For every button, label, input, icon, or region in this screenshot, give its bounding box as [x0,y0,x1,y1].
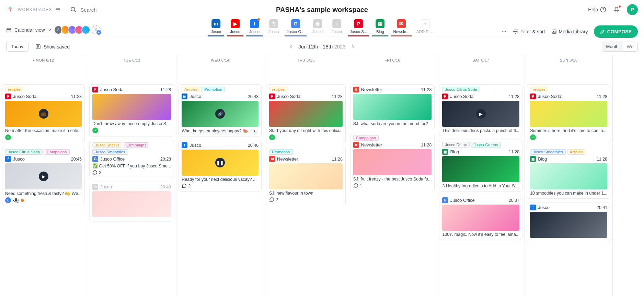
comment-count[interactable]: 2 [182,183,258,188]
post-time: 11:28 [160,87,171,92]
post-thumbnail: ▶ [5,163,82,189]
post-tag: Campaigns [124,142,149,148]
view-picker[interactable]: Calendar view [6,27,52,33]
post-thumbnail [530,163,607,189]
filter-sort-button[interactable]: Filter & sort [513,29,545,34]
post-card[interactable]: Jusco Citrus SodaPJusco Soda11:28▶This d… [439,84,522,136]
post-time: 11:28 [597,157,607,162]
post-card[interactable]: Jusco DetoxJusco Greens▦Blog11:283 Healt… [439,140,522,191]
pinterest-icon: P [5,94,11,99]
date-range-text: Jun 12th - 18th [298,44,333,50]
post-card[interactable]: inJusco20:43 [89,182,174,222]
post-card[interactable]: recipesPJusco Soda11:28Start your day of… [266,84,346,143]
post-card[interactable]: ArticlesPromotioninJusco20:43🔗What keeps… [179,84,262,136]
post-card[interactable]: Jusco SnacksCampaignsJusco SmoothiesGJus… [89,140,174,178]
post-card[interactable]: PJusco Soda11:28Don't throw away those e… [89,84,174,136]
plus-icon: + [421,19,430,28]
add-collaborator-button[interactable]: + [92,25,101,34]
search-icon[interactable] [70,6,77,13]
post-text: This delicious drink packs a punch of fl… [442,128,519,133]
filter-sort-label: Filter & sort [520,29,545,34]
sheets-icon: ▦ [376,19,384,28]
post-text: Don't throw away those empty Jusco S... [92,121,171,126]
prev-week-icon[interactable] [289,44,294,49]
page-tab-pinterest[interactable]: PJusco S... [347,19,370,36]
notifications-icon[interactable] [613,6,620,13]
user-avatar[interactable]: P [627,4,638,15]
post-card[interactable]: GJusco Office20:37100% magic. Now it's e… [439,195,522,240]
add-pages-button[interactable]: +ADD PAGES [414,19,437,36]
post-source: Jusco Office [100,156,125,162]
post-card[interactable]: fJusco20:46❚❚Ready for your next delicio… [179,140,262,191]
page-tab-label: Blog [376,30,384,34]
svg-point-6 [553,31,553,32]
post-card[interactable]: Jusco SmoothiesArticles▦Blog11:2810 smoo… [527,147,610,199]
post-thumbnail: ▶ [442,101,519,127]
post-card[interactable]: Promotion✉Newsletter11:28SJ: new flavour… [266,147,346,205]
today-button[interactable]: Today [6,42,28,52]
page-tab-sheets[interactable]: ▦Blog [371,19,389,36]
comment-count[interactable]: 1 [353,183,432,188]
page-tab-linkedin[interactable]: inJusco [207,19,225,36]
status-check-icon: ✓ [5,134,11,140]
post-source: Newsletter [361,142,382,147]
page-tab-label: Jusco [249,30,260,34]
post-time: 11:28 [597,94,607,99]
post-source: Jusco [189,143,201,148]
sheets-icon: ▦ [530,156,536,162]
collaborator-avatars[interactable]: 3 + [56,25,101,34]
post-card[interactable]: recipesPJusco Soda11:28Summer is here, a… [527,84,610,143]
post-card[interactable]: ✉Newsletter11:28SJ: what soda are you in… [350,84,435,129]
page-tab-instagram[interactable]: ◉Jusco [309,19,326,36]
post-thumbnail [92,94,171,120]
menu-icon[interactable] [55,7,60,12]
post-card[interactable]: Jusco Citrus SodaCampaignsfJusco20:45▶Ne… [2,147,85,206]
post-source: Jusco [13,156,25,162]
page-tab-label: Jusco [332,30,342,34]
compose-button[interactable]: COMPOSE [594,25,638,38]
sheets-icon: ▦ [442,149,448,155]
svg-point-0 [71,7,75,11]
workspace-title: PASHA's sample workspace [276,6,368,14]
page-tab-twitter[interactable]: 𝕏Jusco [265,19,283,36]
next-week-icon[interactable] [350,44,355,49]
show-saved-toggle[interactable]: Show saved [35,44,70,50]
help-link[interactable]: Help ? [588,7,606,13]
page-tab-label: Jusco [211,30,221,34]
collaborator-avatar [81,25,90,34]
pinterest-icon: P [92,87,98,92]
page-tab-google[interactable]: GJusco O... [284,19,307,36]
page-tab-label: Jusco O... [287,30,304,34]
day-column: TUE 6/13PJusco Soda11:28Don't throw away… [87,55,176,296]
page-tab-youtube[interactable]: ▶Jusco [226,19,244,36]
month-view-button[interactable]: Month [602,42,623,51]
page-tab-gmail[interactable]: ✉Newsle... [390,19,412,36]
gmail-icon: ✉ [353,87,359,92]
pinterest-icon: P [530,94,536,99]
toolbar: Calendar view 3 + inJusco▶JuscofJusco𝕏Ju… [0,19,644,38]
media-library-button[interactable]: Media Library [551,29,588,34]
link-icon: 🔗 [215,109,225,119]
status-dot-icon [21,199,24,202]
more-icon[interactable]: ··· [502,29,507,34]
week-view-button[interactable]: We [623,42,637,51]
post-card[interactable]: fJusco20:41 [527,202,610,242]
post-thumbnail [530,212,607,238]
post-tag: Articles [182,87,200,92]
search-input[interactable] [80,7,142,13]
day-header: MON 6/12 [0,55,87,65]
calendar-icon [6,27,12,33]
post-card[interactable]: recipesPJusco Soda11:28💼No matter the oc… [2,84,85,143]
view-toggle: Month We [602,42,638,52]
comment-count[interactable]: 2 [92,170,171,175]
page-tab-tiktok[interactable]: ♪Jusco [328,19,346,36]
day-header: SUN 6/18 [525,55,612,65]
post-thumbnail [442,205,519,231]
post-thumbnail [269,163,343,189]
post-card[interactable]: Campaigns✉Newsletter11:28SJ: fruit frenz… [350,133,435,191]
page-tab-facebook[interactable]: fJusco [245,19,263,36]
post-source: Jusco [189,94,201,99]
day-column: THU 6/15recipesPJusco Soda11:28Start you… [264,55,348,296]
comment-count[interactable]: 2 [269,197,343,202]
post-source: Jusco Office [450,198,474,203]
